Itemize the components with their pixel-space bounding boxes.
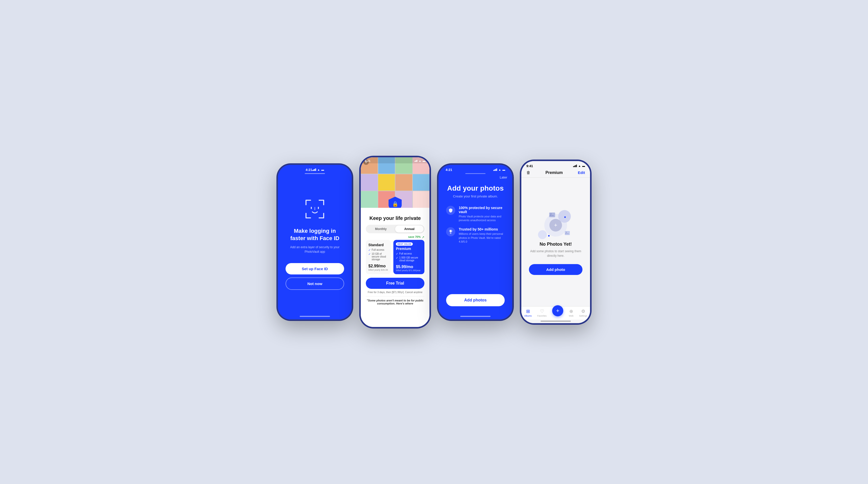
time-3: 4:21: [445, 168, 452, 172]
status-bar-2: 4:21 ▲ ▬: [361, 157, 430, 163]
standard-billed: billed yearly $35.99: [368, 269, 388, 271]
premium-feature-1: ✓ Full access: [396, 252, 422, 255]
best-value-badge: BEST VALUE: [396, 242, 413, 246]
time-1: 4:21: [306, 168, 312, 172]
status-bar-1: 4:21 ▲ ▬: [299, 165, 331, 173]
status-bar-3: 4:21 ▲ ▬: [438, 165, 512, 173]
settings-label: Settings: [579, 314, 587, 317]
keep-private-title: Keep your life private: [366, 215, 425, 221]
dot-decoration-1: [564, 216, 566, 218]
status-icons-1: ▲ ▬: [312, 168, 324, 171]
standard-plan: Standard ✓ Full access ✓ 10 GB of secure…: [366, 240, 391, 274]
standard-feature-2: ✓ 10 GB of secure cloud storage: [368, 252, 388, 261]
add-tab-button[interactable]: +: [552, 305, 563, 316]
svg-rect-1: [318, 207, 319, 209]
phone4-header: 🗑 Premium Edit: [521, 169, 590, 178]
no-photos-title: No Photos Yet!: [539, 242, 572, 247]
face-id-subtitle: Add an extra layer of security to your P…: [285, 245, 344, 254]
monthly-tab[interactable]: Monthly: [367, 225, 395, 233]
home-indicator-3: [460, 316, 491, 317]
tab-albums[interactable]: ⊞ Albums: [524, 308, 532, 317]
favorites-icon: ♡: [540, 308, 544, 314]
albums-icon: ⊞: [526, 308, 530, 314]
later-button[interactable]: Later: [500, 176, 507, 179]
setup-face-id-button[interactable]: Set up Face ID: [285, 263, 344, 274]
face-id-body: Make logging in faster with Face ID Add …: [278, 174, 352, 314]
svg-rect-3: [549, 213, 555, 217]
annual-tab[interactable]: Annual: [395, 225, 424, 233]
tab-bar: ⊞ Albums ♡ Favorites + ⊕ Web ⚙ Settings: [521, 306, 590, 320]
svg-rect-5: [565, 231, 570, 235]
add-photo-button[interactable]: Add photo: [529, 264, 583, 275]
wifi-icon: ▲: [317, 168, 320, 171]
free-trial-note: Free for 3 days, then [$71.99/yr]. Cance…: [366, 291, 425, 294]
signal-icon: [312, 169, 316, 171]
dot-decoration-2: [548, 235, 550, 237]
time-2: 4:21: [365, 159, 370, 162]
save-badge-row: save 70% ↗: [366, 235, 425, 239]
web-label: Web: [569, 314, 574, 317]
premium-plan[interactable]: BEST VALUE Premium ✓ Full access ✓ 1 000…: [393, 240, 425, 274]
status-icons-2: ▲ ▬: [414, 159, 426, 162]
phone-no-photos: 9:41 ▲ ▬ 🗑 Premium Edit: [520, 160, 591, 324]
phone-face-id: 4:21 ▲ ▬: [277, 164, 353, 321]
time-4: 9:41: [526, 164, 533, 168]
status-bar-4: 9:41 ▲ ▬: [521, 161, 590, 169]
no-photos-desc: Add some photos to start seeing them dir…: [529, 249, 583, 258]
trophy-feature-icon: [446, 227, 455, 236]
plans-row: Standard ✓ Full access ✓ 10 GB of secure…: [366, 240, 425, 274]
premium-billed: billed yearly $71.99/year: [396, 269, 422, 272]
web-icon: ⊕: [569, 308, 573, 314]
status-icons-4: ▲ ▬: [573, 164, 585, 168]
favorites-label: Favorites: [537, 314, 547, 317]
premium-price: $5.99/mo: [396, 263, 422, 269]
standard-price: $2.99/mo: [368, 262, 388, 268]
save-badge: save 70%: [408, 235, 421, 238]
shield-icon: 🔒: [388, 196, 402, 208]
add-photos-body: Add your photos Create your first privat…: [438, 179, 512, 314]
feature2-desc: Millions of users keep their personal ph…: [459, 232, 505, 244]
testimonial-text: "Some photos aren't meant to be for publ…: [366, 296, 425, 307]
premium-plan-name: Premium: [396, 247, 422, 251]
header-title: Premium: [546, 171, 563, 175]
standard-plan-name: Standard: [368, 243, 388, 247]
add-photos-button[interactable]: Add photos: [446, 294, 505, 306]
feature2-title: Trusted by 50+ millions: [459, 227, 505, 231]
tab-settings[interactable]: ⚙ Settings: [579, 308, 587, 317]
face-id-icon: [304, 198, 326, 220]
feature1-desc: Photo Vault protects your data and preve…: [459, 215, 505, 222]
svg-text:🔒: 🔒: [392, 201, 398, 207]
settings-icon: ⚙: [581, 308, 585, 314]
billing-toggle[interactable]: Monthly Annual: [366, 225, 425, 233]
not-now-button[interactable]: Not now: [285, 277, 344, 290]
home-indicator-4: [540, 321, 571, 322]
photo-collage: 4:21 ▲ ▬ ✕: [361, 157, 430, 208]
svg-point-4: [550, 213, 552, 215]
center-plus-icon: +: [549, 219, 562, 232]
save-arrow-icon: ↗: [422, 235, 425, 239]
add-photos-subtitle: Create your first private album.: [453, 194, 498, 198]
no-photos-illustration: +: [535, 209, 576, 242]
feature-row-2: Trusted by 50+ millions Millions of user…: [446, 227, 505, 244]
delete-icon[interactable]: 🗑: [526, 171, 530, 175]
premium-body: Keep your life private Monthly Annual sa…: [361, 208, 430, 327]
no-photos-body: + No Photos Yet! Add some photos to star…: [521, 178, 590, 306]
battery-icon: ▬: [321, 168, 324, 171]
photo-icon-1: [549, 211, 556, 218]
svg-rect-0: [311, 207, 312, 209]
photo-icon-2: [564, 230, 570, 236]
tab-favorites[interactable]: ♡ Favorites: [537, 308, 547, 317]
edit-button[interactable]: Edit: [578, 171, 585, 175]
feature1-title: 100% protected by secure vault: [459, 206, 505, 214]
standard-feature-1: ✓ Full access: [368, 248, 388, 252]
face-id-svg: [304, 198, 326, 220]
phones-container: 4:21 ▲ ▬: [277, 156, 591, 328]
tab-web[interactable]: ⊕ Web: [569, 308, 574, 317]
shield-feature-icon: [446, 206, 455, 215]
premium-feature-2: ✓ 1 000 GB secure cloud storage: [396, 256, 422, 262]
face-id-title: Make logging in faster with Face ID: [285, 228, 344, 242]
phone-premium: 4:21 ▲ ▬ ✕: [360, 156, 431, 328]
phone-add-photos: 4:21 ▲ ▬ Later Add your photos: [437, 164, 513, 321]
free-trial-button[interactable]: Free Trial: [366, 278, 425, 289]
later-row: Later: [438, 175, 512, 179]
